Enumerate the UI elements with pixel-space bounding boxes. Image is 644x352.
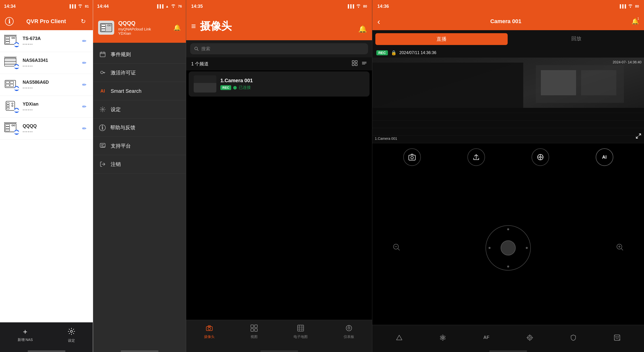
rec-info-badge: REC — [376, 50, 388, 55]
nas-status-1: •••••• — [23, 42, 80, 46]
gear-icon-2 — [99, 106, 106, 113]
svg-rect-65 — [208, 326, 211, 327]
search-input[interactable]: 搜索 — [190, 43, 368, 54]
svg-rect-20 — [7, 103, 9, 104]
menu-item-logout[interactable]: 注销 — [93, 155, 186, 173]
edit-btn-2[interactable]: ✏ — [80, 58, 89, 67]
svg-rect-69 — [255, 329, 257, 331]
back-icon[interactable]: ‹ — [377, 17, 380, 26]
ai-action-button[interactable]: AI — [596, 148, 613, 166]
nav-cameras[interactable]: 摄像头 — [204, 325, 215, 339]
bell-icon-2[interactable]: 🔔 — [173, 24, 181, 31]
nas-item-qqqq[interactable]: QQQQ •••••• ✏ — [0, 118, 93, 140]
nas-item-nas6a3341[interactable]: NAS6A3341 •••••• ✏ — [0, 52, 93, 74]
tool-face[interactable]: 123 — [614, 334, 620, 341]
camera-overlay-label: 1.Camera 001 — [375, 137, 397, 141]
sort-icon[interactable] — [361, 60, 367, 67]
menu-hamburger-icon[interactable]: ≡ — [191, 22, 196, 30]
nav-views[interactable]: 视图 — [251, 325, 258, 339]
grid-icon[interactable] — [352, 60, 357, 67]
refresh-icon-1[interactable]: ↻ — [79, 17, 88, 26]
menu-item-events[interactable]: 事件规则 — [93, 45, 186, 64]
menu-list: 事件规则 激活许可证 AI Smart Search — [93, 43, 186, 350]
svg-line-100 — [621, 249, 623, 250]
channel-bar: 1 个频道 — [186, 57, 372, 70]
edit-btn-5[interactable]: ✏ — [80, 124, 89, 133]
ptz-center[interactable] — [501, 240, 516, 255]
settings-button-1[interactable]: 设定 — [68, 328, 75, 343]
nas-info-2: NAS6A3341 •••••• — [23, 58, 80, 68]
info-icon-1[interactable]: ℹ — [5, 17, 14, 26]
menu-item-support[interactable]: 支持平台 — [93, 137, 186, 155]
connected-text: 已连接 — [239, 85, 251, 90]
svg-rect-59 — [355, 64, 357, 66]
svg-rect-87 — [581, 70, 616, 95]
menu-label-support: 支持平台 — [111, 143, 131, 149]
svg-point-4 — [12, 37, 13, 39]
nas-device-icon-2 — [4, 57, 19, 69]
edit-btn-1[interactable]: ✏ — [80, 36, 89, 46]
tab-playback[interactable]: 回放 — [510, 32, 642, 47]
cameras-nav-label: 摄像头 — [204, 335, 215, 339]
tool-shield[interactable] — [570, 334, 577, 341]
svg-point-45 — [101, 71, 103, 74]
menu-item-license[interactable]: 激活许可证 — [93, 64, 186, 82]
panel-cameras: 14:35 ▐▐▐ 80 ≡ 摄像头 🔔 搜索 — [186, 0, 372, 352]
connected-dot — [233, 86, 237, 90]
svg-point-49 — [102, 109, 103, 110]
svg-text:123: 123 — [618, 339, 620, 341]
tool-target[interactable] — [527, 334, 533, 341]
camera-info: 1.Camera 001 REC 已连接 — [220, 78, 253, 90]
tool-flower[interactable] — [439, 334, 446, 341]
edit-btn-4[interactable]: ✏ — [80, 102, 89, 111]
screenshot-button[interactable] — [403, 148, 421, 166]
menu-item-settings[interactable]: 设定 — [93, 100, 186, 119]
info-icon-2: ℹ — [99, 124, 106, 131]
svg-rect-21 — [7, 105, 9, 107]
menu-label-events: 事件规则 — [111, 51, 131, 58]
time-1: 14:34 — [4, 4, 16, 9]
menu-item-help[interactable]: ℹ 帮助与反馈 — [93, 119, 186, 137]
bell-icon-3[interactable]: 🔔 — [358, 25, 367, 33]
tool-af[interactable]: AF — [483, 335, 489, 340]
add-nas-button[interactable]: + 新增 NAS — [18, 328, 33, 342]
lock-icon: 🔒 — [391, 50, 396, 56]
page-title-cameras: 摄像头 — [200, 19, 232, 33]
nas-item-ts673a[interactable]: TS-673A •••••• ✏ — [0, 30, 93, 52]
bell-icon-4[interactable]: 🔔 1 — [631, 18, 639, 25]
logout-icon — [99, 161, 106, 168]
svg-line-89 — [636, 137, 638, 138]
nas-status-3: •••••• — [23, 86, 80, 90]
status-bar-1: 14:34 ▐▐▐ 81 — [0, 0, 93, 13]
ptz-joystick[interactable] — [486, 225, 531, 271]
tab-live[interactable]: 直播 — [375, 33, 508, 45]
svg-point-24 — [12, 105, 13, 107]
menu-item-smart-search[interactable]: AI Smart Search — [93, 82, 186, 100]
wifi-icon-2 — [171, 4, 176, 9]
zoom-out-button[interactable] — [392, 243, 400, 253]
rec-info-bar: REC 🔒 2024/07/11 14:36:36 — [372, 48, 644, 58]
svg-line-88 — [639, 134, 641, 136]
tool-triangle[interactable] — [396, 334, 403, 341]
home-indicator-3 — [186, 350, 372, 352]
share-button[interactable] — [467, 148, 485, 166]
svg-rect-56 — [352, 61, 354, 63]
live-tab-bar: 直播 回放 — [372, 30, 644, 48]
nav-emap[interactable]: 电子地图 — [294, 325, 308, 339]
nas-item-ydxian[interactable]: YDXian •••••• ✏ — [0, 96, 93, 118]
ptz-button[interactable] — [532, 148, 549, 166]
header-icons-4: 🔔 1 — [631, 18, 639, 25]
expand-icon[interactable] — [635, 133, 641, 141]
camera-list-item[interactable]: 1.Camera 001 REC 已连接 — [189, 71, 370, 97]
device-name: QQQQ — [118, 20, 151, 26]
camera-detail-title: Camera 001 — [490, 18, 521, 25]
svg-point-30 — [14, 125, 15, 126]
zoom-in-button[interactable] — [616, 243, 624, 253]
camera-list-empty — [186, 98, 372, 320]
edit-btn-3[interactable]: ✏ — [80, 80, 89, 89]
nas-item-nas586a6d[interactable]: NAS586A6D •••••• ✏ — [0, 74, 93, 96]
status-bar-2: 14:44 ▐▐▐ ▲ 76 — [93, 0, 186, 13]
nav-dashboard[interactable]: 仪表板 — [344, 325, 354, 339]
nas-device-icon-1 — [4, 35, 19, 47]
svg-rect-67 — [255, 325, 257, 328]
